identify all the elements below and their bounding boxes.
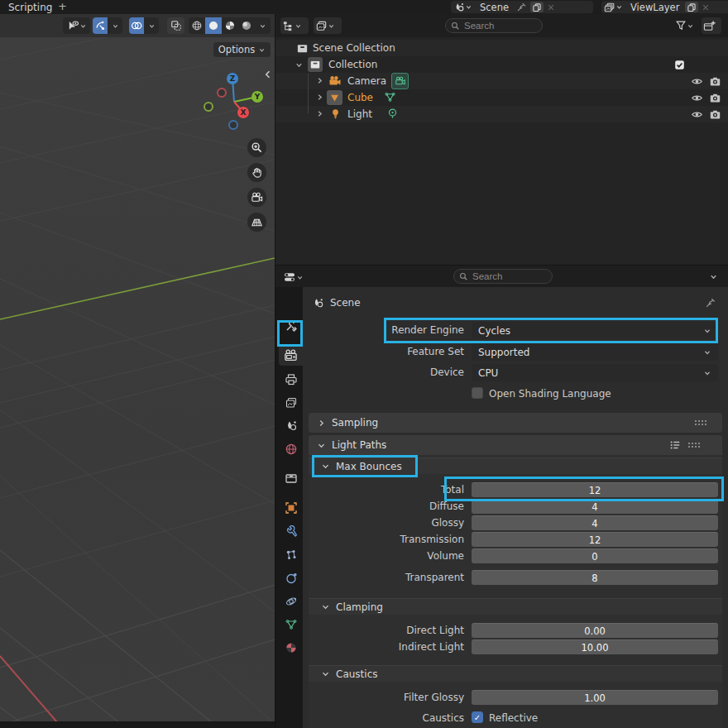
- overlays-dropdown[interactable]: [144, 17, 159, 34]
- feature-set-select[interactable]: Supported: [472, 343, 718, 361]
- pan-tool-button[interactable]: [247, 163, 266, 182]
- tab-constraint-properties[interactable]: [279, 591, 303, 612]
- expand-chevron-icon[interactable]: [315, 109, 324, 118]
- display-mode-dropdown[interactable]: [280, 17, 309, 34]
- indirect-light-input[interactable]: 10.00: [472, 639, 718, 654]
- axis-y-ball[interactable]: Y: [251, 91, 263, 103]
- properties-search[interactable]: [453, 269, 553, 284]
- camera-view-button[interactable]: [247, 188, 266, 207]
- glossy-bounces-input[interactable]: 4: [472, 515, 718, 530]
- chevron-down-icon: [79, 22, 87, 30]
- options-button[interactable]: Options: [213, 42, 271, 57]
- max-bounces-subpanel-header[interactable]: Max Bounces: [309, 457, 722, 474]
- sampling-panel-header[interactable]: Sampling: [309, 413, 722, 433]
- 3d-viewport[interactable]: Options Z Y X: [0, 14, 275, 728]
- filter-display-dropdown[interactable]: [314, 17, 342, 34]
- show-gizmos-toggle[interactable]: [93, 17, 108, 34]
- axis-minus-x-ball[interactable]: [217, 88, 227, 98]
- pin-icon[interactable]: [514, 1, 529, 13]
- tab-view-layer-properties[interactable]: [279, 392, 303, 414]
- new-scene-button[interactable]: [530, 2, 544, 12]
- tab-modifier-properties[interactable]: [279, 521, 303, 543]
- new-collection-button[interactable]: [702, 17, 721, 34]
- presets-list-icon[interactable]: [669, 439, 681, 451]
- show-overlays-toggle[interactable]: [129, 17, 144, 34]
- collection-include-checkbox[interactable]: [674, 60, 685, 70]
- new-viewlayer-button[interactable]: [685, 2, 698, 12]
- disable-in-renders-toggle[interactable]: [709, 92, 721, 104]
- collapse-sidebar-arrow[interactable]: [263, 69, 273, 80]
- gizmos-dropdown[interactable]: [108, 17, 122, 34]
- total-bounces-input[interactable]: 12: [472, 482, 718, 497]
- shading-dropdown[interactable]: [255, 17, 271, 34]
- tab-object-data-properties[interactable]: [279, 614, 303, 635]
- toggle-xray-button[interactable]: [167, 17, 184, 34]
- tab-collection-properties[interactable]: [279, 467, 303, 489]
- properties-search-input[interactable]: [472, 271, 539, 281]
- clamping-subpanel-header[interactable]: Clamping: [309, 598, 722, 615]
- axis-x-ball[interactable]: X: [237, 107, 249, 118]
- disable-in-renders-toggle[interactable]: [709, 75, 721, 88]
- outliner-row-scene-collection[interactable]: Scene Collection: [275, 40, 728, 56]
- panel-grip-icon[interactable]: [694, 420, 707, 425]
- caustics-subpanel-header[interactable]: Caustics: [309, 665, 722, 682]
- tab-output-properties[interactable]: [279, 369, 303, 390]
- panel-grip-icon[interactable]: [687, 443, 701, 448]
- tab-material-properties[interactable]: [279, 637, 303, 659]
- zoom-tool-button[interactable]: [247, 138, 266, 157]
- overlays-icon: [131, 20, 142, 31]
- shading-rendered-button[interactable]: [238, 17, 255, 34]
- transmission-bounces-input[interactable]: 12: [472, 532, 718, 547]
- tab-particle-properties[interactable]: [279, 544, 303, 566]
- outliner-search-input[interactable]: [464, 21, 530, 31]
- transparent-bounces-input[interactable]: 8: [472, 570, 718, 585]
- disclosure-chevron-icon[interactable]: [295, 60, 304, 69]
- toggle-projection-button[interactable]: [247, 213, 266, 232]
- osl-checkbox[interactable]: [472, 387, 483, 399]
- viewlayer-selector[interactable]: ViewLayer: [601, 1, 728, 13]
- object-type-visibility-dropdown[interactable]: [63, 17, 90, 34]
- tab-render-properties[interactable]: [279, 344, 303, 366]
- render-engine-select[interactable]: Cycles: [472, 322, 718, 339]
- shading-wireframe-button[interactable]: [189, 17, 205, 34]
- shading-solid-button[interactable]: [205, 17, 222, 34]
- diffuse-bounces-input[interactable]: 4: [472, 499, 718, 514]
- axis-minus-y-ball[interactable]: [204, 102, 213, 112]
- direct-light-input[interactable]: 0.00: [472, 623, 718, 638]
- shading-material-button[interactable]: [222, 17, 238, 34]
- caustics-reflective-checkbox[interactable]: ✓: [472, 711, 483, 723]
- expand-chevron-icon[interactable]: [315, 93, 324, 102]
- light-paths-panel-header[interactable]: Light Paths: [309, 435, 722, 455]
- pin-icon[interactable]: [705, 297, 716, 309]
- outliner-row-cube[interactable]: Cube: [275, 89, 728, 106]
- add-workspace-button[interactable]: +: [58, 0, 67, 14]
- axis-z-ball[interactable]: Z: [227, 73, 238, 84]
- device-select[interactable]: CPU: [472, 364, 718, 381]
- outliner-search[interactable]: [445, 18, 543, 33]
- tab-physics-properties[interactable]: [279, 568, 303, 589]
- outliner-row-camera[interactable]: Camera: [275, 73, 728, 89]
- volume-bounces-input[interactable]: 0: [472, 548, 718, 563]
- hide-in-viewport-toggle[interactable]: [691, 75, 703, 88]
- tab-scene-properties[interactable]: [279, 415, 303, 437]
- outliner-filter-dropdown[interactable]: [673, 17, 698, 34]
- expand-chevron-icon[interactable]: [315, 76, 324, 85]
- disable-in-renders-toggle[interactable]: [709, 108, 721, 121]
- axis-minus-z-ball[interactable]: [228, 120, 238, 130]
- hide-in-viewport-toggle[interactable]: [691, 92, 703, 104]
- filter-glossy-input[interactable]: 1.00: [472, 690, 718, 705]
- outliner-row-light[interactable]: Light: [275, 106, 728, 122]
- header-options-chevron[interactable]: [709, 272, 718, 281]
- breadcrumb-scene-label[interactable]: Scene: [330, 297, 361, 309]
- scene-selector[interactable]: Scene: [451, 1, 593, 13]
- editor-type-dropdown[interactable]: [281, 269, 309, 285]
- outliner-row-collection[interactable]: Collection: [275, 56, 728, 73]
- tab-tool[interactable]: [279, 315, 303, 337]
- tab-object-properties[interactable]: [279, 497, 303, 519]
- tab-world-properties[interactable]: [279, 438, 303, 460]
- navigation-gizmo[interactable]: Z Y X: [199, 65, 270, 136]
- hide-in-viewport-toggle[interactable]: [691, 108, 703, 121]
- eye-icon: [691, 92, 703, 104]
- workspace-tab-scripting[interactable]: Scripting: [8, 1, 52, 14]
- caustics-toggle-row: Caustics ✓ Reflective: [309, 711, 718, 726]
